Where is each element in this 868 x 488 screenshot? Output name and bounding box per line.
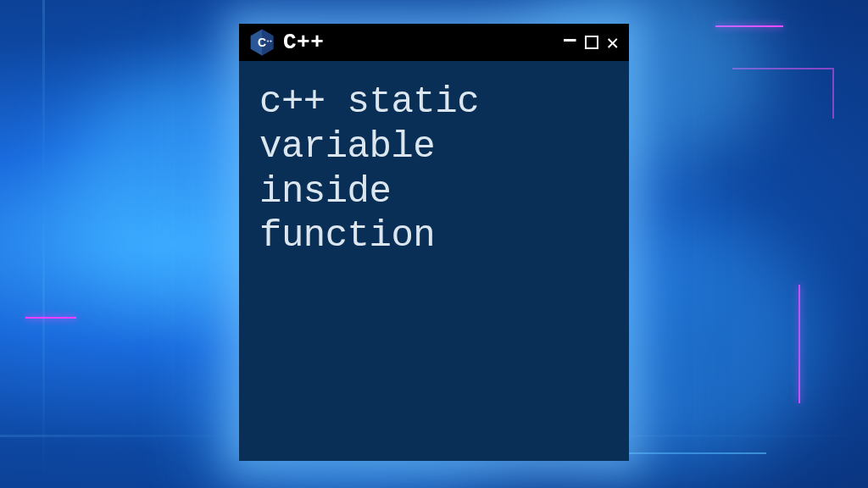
maximize-button[interactable] [585,36,598,49]
terminal-content: c++ static variable inside function [239,61,629,461]
svg-text:C: C [258,36,266,49]
window-title: C++ [283,30,324,55]
close-button[interactable]: ✕ [607,32,619,53]
terminal-window: C + + C++ — ✕ c++ static variable inside… [239,24,629,461]
neon-line [25,317,76,319]
neon-line [715,25,783,27]
circuit-decor [732,68,834,119]
window-controls: — ✕ [564,32,619,53]
titlebar[interactable]: C + + C++ — ✕ [239,24,629,61]
cpp-logo-icon: C + + [249,29,275,56]
svg-text:+: + [270,38,272,43]
minimize-button[interactable]: — [564,29,576,49]
svg-text:+: + [266,38,269,43]
neon-line [798,285,800,403]
